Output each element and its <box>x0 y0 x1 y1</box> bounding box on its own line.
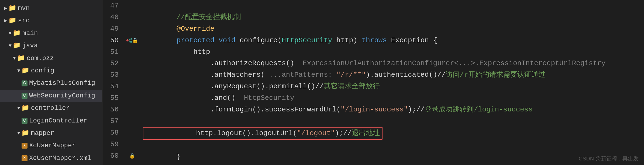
sidebar-item-WebSecurityConfig[interactable]: CWebSecurityConfig <box>0 90 102 102</box>
gutter-icons: ●@🔒🔒 <box>124 0 140 165</box>
sidebar-item-label: config <box>31 66 54 76</box>
chevron-icon: ▼ <box>9 42 12 50</box>
gutter-cell <box>124 0 140 12</box>
folder-icon: 📁 <box>21 103 29 113</box>
chevron-icon: ▼ <box>17 67 20 75</box>
sidebar-item-config[interactable]: ▼📁config <box>0 65 102 77</box>
sidebar-item-main[interactable]: ▼📁main <box>0 27 102 40</box>
line-number: 47 <box>102 0 119 12</box>
sidebar-item-label: WebSecurityConfig <box>29 91 95 101</box>
sidebar-item-src[interactable]: ▶📁src <box>0 15 102 27</box>
lock-icon: 🔒 <box>132 37 138 43</box>
gutter-cell <box>124 23 140 35</box>
chevron-icon: ▶ <box>4 5 7 12</box>
code-editor: 4748495051525354555657585960 ●@🔒🔒 //配置安全… <box>102 0 644 165</box>
sidebar-item-com.pzz[interactable]: ▼📁com.pzz <box>0 52 102 65</box>
sidebar-item-label: main <box>22 28 38 38</box>
sidebar-item-label: java <box>22 41 38 51</box>
code-line: .and() HttpSecurity <box>143 92 644 104</box>
sidebar-item-XcUserMapper[interactable]: XXcUserMapper <box>0 139 102 152</box>
line-number: 54 <box>102 81 119 92</box>
line-number: 60 <box>102 150 119 162</box>
sidebar-item-label: LoginController <box>29 116 87 126</box>
chevron-icon: ▶ <box>4 17 7 25</box>
folder-icon: 📁 <box>13 41 21 51</box>
c-file-icon: C <box>22 118 27 124</box>
xml-file-icon: X <box>22 155 27 161</box>
gutter-cell <box>124 69 140 81</box>
chevron-icon: ▼ <box>17 104 20 112</box>
line-number: 49 <box>102 23 119 35</box>
sidebar-item-java[interactable]: ▼📁java <box>0 40 102 52</box>
file-tree: ▶📁mvn▶📁src▼📁main▼📁java▼📁com.pzz▼📁configC… <box>0 0 102 165</box>
at-icon: @ <box>129 37 132 44</box>
line-number: 55 <box>102 92 119 104</box>
line-number: 50 <box>102 35 119 46</box>
highlighted-code-box: http.logout().logoutUrl("/logout");//退出地… <box>143 127 383 140</box>
line-number: 48 <box>102 12 119 23</box>
chevron-icon: ▼ <box>17 129 20 137</box>
code-line: http.logout().logoutUrl("/logout");//退出地… <box>143 127 644 140</box>
xml-file-icon: X <box>22 143 27 149</box>
code-content: //配置安全拦截机制 @Override protected void conf… <box>140 0 644 165</box>
sidebar-item-label: XcUserMapper <box>29 141 76 151</box>
watermark: CSDN @新征程，再出发 <box>578 155 639 162</box>
gutter-cell <box>124 139 140 150</box>
gutter-cell <box>124 104 140 115</box>
folder-icon: 📁 <box>8 16 16 26</box>
breakpoint-icon: ● <box>126 38 129 43</box>
code-line: protected void configure(HttpSecurity ht… <box>143 35 644 46</box>
code-line: .antMatchers( ...antPatterns: "/r/**").a… <box>143 69 644 81</box>
code-line: } <box>143 151 644 163</box>
gutter-cell <box>124 81 140 92</box>
code-line: .formLogin().successForwardUrl("/login-s… <box>143 104 644 115</box>
folder-icon: 📁 <box>8 3 16 13</box>
sidebar-item-label: XcUserMapper.xml <box>29 153 91 163</box>
line-number: 59 <box>102 139 119 150</box>
code-line <box>143 115 644 127</box>
code-line: http <box>143 46 644 58</box>
sidebar-item-mvn[interactable]: ▶📁mvn <box>0 2 102 15</box>
folder-icon: 📁 <box>13 28 21 38</box>
line-number: 57 <box>102 115 119 127</box>
line-number: 51 <box>102 46 119 58</box>
code-line: .anyRequest().permitAll()//其它请求全部放行 <box>143 81 644 92</box>
folder-icon: 📁 <box>17 53 25 64</box>
c-file-icon: C <box>22 80 27 86</box>
sidebar-item-LoginController[interactable]: CLoginController <box>0 115 102 127</box>
line-number: 56 <box>102 104 119 115</box>
code-line <box>143 140 644 151</box>
chevron-icon: ▼ <box>9 30 12 37</box>
code-line <box>143 0 644 12</box>
gutter-cell: ●@🔒 <box>124 35 140 46</box>
code-line: //配置安全拦截机制 <box>143 12 644 23</box>
gutter-cell <box>124 46 140 58</box>
folder-icon: 📁 <box>21 128 29 138</box>
sidebar-item-label: mapper <box>31 128 54 138</box>
sidebar-item-MybatisPlusConfig[interactable]: CMybatisPlusConfig <box>0 77 102 89</box>
sidebar-item-label: com.pzz <box>27 53 54 64</box>
line-number: 58 <box>102 127 119 139</box>
c-file-icon: C <box>22 93 27 99</box>
sidebar-item-XcUserMapper.xml[interactable]: XXcUserMapper.xml <box>0 152 102 164</box>
sidebar-item-label: controller <box>31 103 70 113</box>
line-numbers: 4748495051525354555657585960 <box>102 0 124 165</box>
sidebar-item-label: MybatisPlusConfig <box>29 78 95 88</box>
line-number: 52 <box>102 58 119 69</box>
sidebar-item-label: mvn <box>18 3 30 13</box>
gutter-cell <box>124 127 140 139</box>
sidebar-item-controller[interactable]: ▼📁controller <box>0 102 102 114</box>
gutter-cell <box>124 12 140 23</box>
gutter-cell <box>124 92 140 104</box>
sidebar-item-label: src <box>18 16 30 26</box>
gutter-cell <box>124 58 140 69</box>
gutter-cell: 🔒 <box>124 150 140 162</box>
code-line: @Override <box>143 23 644 35</box>
line-number: 53 <box>102 69 119 81</box>
folder-icon: 📁 <box>21 66 29 76</box>
gutter-cell <box>124 115 140 127</box>
lock-icon: 🔒 <box>129 153 135 159</box>
chevron-icon: ▼ <box>13 54 16 62</box>
sidebar-item-mapper[interactable]: ▼📁mapper <box>0 127 102 139</box>
code-line: .authorizeRequests() ExpressionUrlAuthor… <box>143 58 644 69</box>
